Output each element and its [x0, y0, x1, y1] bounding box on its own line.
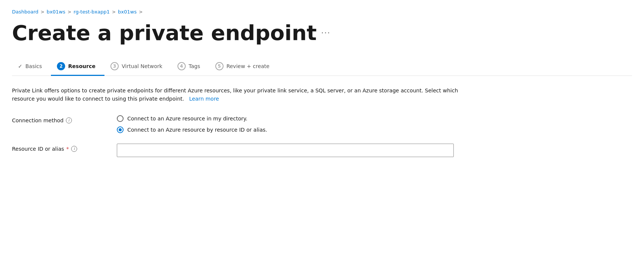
radio-option-resource-id[interactable]: Connect to an Azure resource by resource… — [117, 126, 461, 133]
page-header: Create a private endpoint ··· — [12, 21, 632, 45]
tab-review-create[interactable]: 5 Review + create — [209, 58, 279, 76]
resource-id-info-icon[interactable]: i — [71, 146, 77, 152]
breadcrumb-sep-2: > — [68, 9, 72, 15]
tab-review-create-label: Review + create — [227, 63, 270, 69]
virtual-network-badge: 3 — [110, 62, 119, 70]
tab-basics[interactable]: ✓ Basics — [12, 59, 51, 75]
connection-method-label: Connection method i — [12, 115, 117, 123]
more-options-button[interactable]: ··· — [321, 28, 331, 37]
resource-id-label-text: Resource ID or alias — [12, 146, 64, 152]
radio-label-directory: Connect to an Azure resource in my direc… — [127, 116, 247, 122]
resource-id-row: Resource ID or alias * i — [12, 144, 461, 157]
radio-option-directory[interactable]: Connect to an Azure resource in my direc… — [117, 115, 461, 122]
breadcrumb-dashboard[interactable]: Dashboard — [12, 9, 39, 15]
breadcrumb-rg-test[interactable]: rg-test-bxapp1 — [74, 9, 110, 15]
required-star: * — [66, 146, 69, 152]
breadcrumb-bx01ws-1[interactable]: bx01ws — [47, 9, 66, 15]
connection-method-label-text: Connection method — [12, 117, 64, 123]
breadcrumb-sep-4: > — [139, 9, 143, 15]
connection-method-radio-group: Connect to an Azure resource in my direc… — [117, 115, 461, 133]
tab-virtual-network-label: Virtual Network — [122, 63, 162, 69]
review-badge: 5 — [215, 62, 224, 70]
description-text: Private Link offers options to create pr… — [12, 88, 458, 102]
resource-id-label: Resource ID or alias * i — [12, 144, 117, 152]
radio-circle-directory — [117, 115, 124, 122]
resource-badge: 2 — [57, 62, 65, 70]
breadcrumb-sep-1: > — [41, 9, 45, 15]
tab-basics-label: Basics — [25, 63, 42, 69]
connection-method-info-icon[interactable]: i — [66, 117, 72, 123]
tab-resource-label: Resource — [68, 63, 95, 69]
connection-method-control: Connect to an Azure resource in my direc… — [117, 115, 461, 133]
radio-label-resource-id: Connect to an Azure resource by resource… — [127, 127, 267, 133]
radio-circle-resource-id — [117, 126, 124, 133]
resource-form: Connection method i Connect to an Azure … — [12, 115, 461, 157]
tab-tags-label: Tags — [189, 63, 200, 69]
tab-tags[interactable]: 4 Tags — [171, 58, 209, 76]
tab-resource[interactable]: 2 Resource — [51, 58, 104, 76]
tab-virtual-network[interactable]: 3 Virtual Network — [104, 58, 171, 76]
breadcrumb-sep-3: > — [112, 9, 116, 15]
description-block: Private Link offers options to create pr… — [12, 86, 461, 103]
tags-badge: 4 — [177, 62, 186, 70]
connection-method-row: Connection method i Connect to an Azure … — [12, 115, 461, 133]
resource-id-input[interactable] — [117, 144, 454, 157]
breadcrumb: Dashboard > bx01ws > rg-test-bxapp1 > bx… — [12, 9, 632, 15]
resource-id-control — [117, 144, 461, 157]
breadcrumb-bx01ws-2[interactable]: bx01ws — [118, 9, 137, 15]
learn-more-link[interactable]: Learn more — [189, 96, 219, 102]
page-title: Create a private endpoint — [12, 21, 317, 45]
basics-check-icon: ✓ — [18, 63, 22, 69]
wizard-tabs: ✓ Basics 2 Resource 3 Virtual Network 4 … — [12, 58, 632, 76]
